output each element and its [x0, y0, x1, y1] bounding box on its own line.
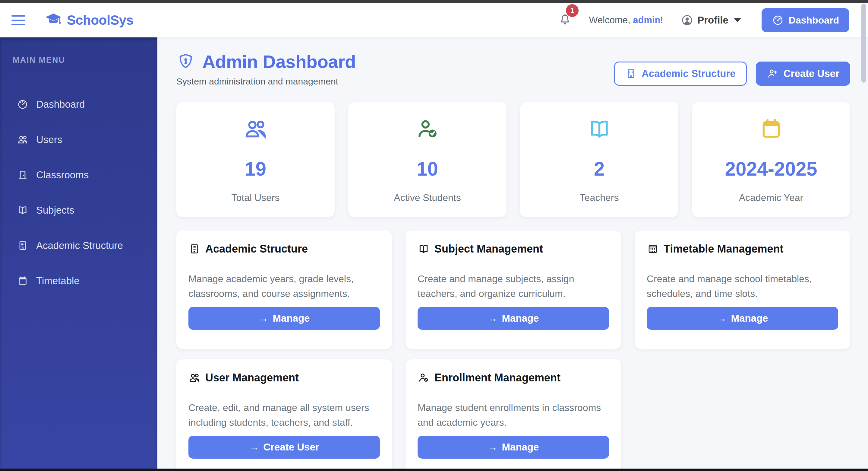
building-icon	[625, 68, 637, 79]
card-description: Create, edit, and manage all system user…	[188, 401, 380, 430]
main-content: Admin Dashboard System administration an…	[157, 37, 868, 469]
manage-button-label: Manage	[502, 441, 539, 453]
stat-value: 19	[245, 158, 266, 180]
stat-value: 2024-2025	[725, 158, 817, 180]
sidebar-item-academic-structure[interactable]: Academic Structure	[0, 236, 157, 255]
sidebar-item-dashboard[interactable]: Dashboard	[0, 95, 157, 114]
card-user-management: User Management Create, edit, and manage…	[176, 359, 392, 469]
door-icon	[17, 169, 28, 181]
person-check-icon	[417, 372, 430, 384]
notification-badge: 1	[566, 4, 579, 17]
sidebar-item-timetable[interactable]: Timetable	[0, 271, 157, 290]
manage-academic-structure-button[interactable]: → Manage	[188, 307, 380, 330]
card-enrollment-management: Enrollment Management Manage student enr…	[405, 359, 621, 469]
people-icon	[17, 134, 28, 145]
building-icon	[188, 243, 200, 255]
calendar-icon	[17, 275, 28, 287]
card-title: User Management	[205, 372, 299, 384]
welcome-username: admin	[633, 15, 660, 25]
brand-logo[interactable]: SchoolSys	[44, 11, 133, 30]
stat-card-total-users: 19 Total Users	[176, 102, 335, 217]
sidebar-item-label: Subjects	[36, 205, 74, 216]
speedometer-icon	[772, 14, 784, 26]
profile-dropdown[interactable]: Profile	[680, 13, 741, 27]
create-user-button-label: Create User	[783, 68, 839, 79]
top-navbar: SchoolSys 1 Welcome, admin! Profile Dash…	[0, 3, 868, 37]
sidebar-item-subjects[interactable]: Subjects	[0, 201, 157, 220]
stat-label: Active Students	[394, 192, 461, 203]
calendar-icon	[758, 116, 784, 142]
card-subject-management: Subject Management Create and manage sub…	[405, 231, 621, 349]
card-title: Enrollment Management	[434, 372, 560, 384]
manage-enrollment-button[interactable]: → Manage	[417, 436, 609, 459]
calendar-grid-icon	[647, 243, 659, 255]
arrow-right-icon: →	[488, 313, 498, 324]
sidebar-item-users[interactable]: Users	[0, 130, 157, 149]
stat-label: Academic Year	[739, 192, 803, 203]
stat-value: 10	[417, 158, 438, 180]
academic-structure-button[interactable]: Academic Structure	[614, 62, 747, 86]
brand-name: SchoolSys	[67, 13, 133, 28]
card-title: Subject Management	[434, 243, 543, 255]
card-timetable-management: Timetable Management Create and manage s…	[634, 231, 850, 349]
manage-button-label: Manage	[502, 313, 539, 324]
manage-subjects-button[interactable]: → Manage	[417, 307, 609, 330]
dashboard-button-label: Dashboard	[789, 15, 839, 26]
book-open-icon	[17, 205, 28, 216]
page-subtitle: System administration and management	[176, 76, 356, 87]
arrow-right-icon: →	[488, 441, 498, 453]
card-title: Academic Structure	[205, 243, 308, 255]
create-user-button[interactable]: Create User	[756, 62, 850, 86]
person-plus-icon	[767, 67, 779, 80]
card-description: Create and manage school timetables, sch…	[647, 271, 838, 301]
stat-label: Total Users	[231, 192, 279, 203]
management-cards: Academic Structure Manage academic years…	[176, 231, 850, 469]
card-description: Manage student enrollments in classrooms…	[417, 401, 609, 430]
person-check-icon	[415, 116, 440, 142]
hamburger-menu-icon[interactable]	[11, 15, 25, 25]
speedometer-icon	[17, 99, 28, 110]
sidebar-item-label: Dashboard	[36, 99, 85, 110]
chevron-down-icon	[734, 18, 741, 22]
building-icon	[17, 240, 28, 251]
people-icon	[188, 372, 200, 384]
page-title: Admin Dashboard	[202, 51, 356, 72]
profile-label: Profile	[698, 14, 728, 26]
person-circle-icon	[680, 13, 694, 27]
sidebar-item-classrooms[interactable]: Classrooms	[0, 166, 157, 184]
browser-top-strip	[0, 0, 868, 3]
stat-card-academic-year: 2024-2025 Academic Year	[692, 102, 850, 217]
welcome-text: Welcome, admin!	[589, 15, 663, 26]
book-open-icon	[417, 243, 430, 255]
scrollbar-thumb[interactable]	[861, 4, 866, 83]
bottom-edge-strip	[0, 469, 868, 471]
card-title: Timetable Management	[663, 243, 783, 255]
sidebar-section-label: MAIN MENU	[13, 56, 157, 65]
stat-value: 2	[594, 158, 605, 180]
create-user-card-button[interactable]: → Create User	[188, 436, 380, 459]
people-icon	[243, 116, 268, 142]
card-description: Create and manage subjects, assign teach…	[417, 271, 609, 301]
sidebar-item-label: Timetable	[36, 275, 80, 287]
arrow-right-icon: →	[717, 313, 727, 324]
notifications-button[interactable]: 1	[558, 13, 572, 28]
card-academic-structure: Academic Structure Manage academic years…	[176, 231, 392, 349]
card-description: Manage academic years, grade levels, cla…	[188, 271, 380, 301]
arrow-right-icon: →	[259, 313, 269, 324]
sidebar: MAIN MENU Dashboard Users Classrooms Sub…	[0, 37, 157, 469]
arrow-right-icon: →	[249, 441, 259, 453]
academic-structure-button-label: Academic Structure	[642, 68, 736, 79]
sidebar-item-label: Users	[36, 134, 62, 145]
dashboard-button[interactable]: Dashboard	[762, 8, 849, 32]
graduation-cap-icon	[44, 11, 63, 30]
manage-button-label: Manage	[273, 313, 310, 324]
stat-card-teachers: 2 Teachers	[520, 102, 678, 217]
sidebar-item-label: Classrooms	[36, 169, 89, 181]
stat-label: Teachers	[580, 192, 619, 203]
shield-lock-icon	[176, 52, 195, 72]
book-open-icon	[587, 116, 612, 142]
create-user-button-label: Create User	[263, 441, 319, 453]
sidebar-item-label: Academic Structure	[36, 240, 123, 251]
manage-timetable-button[interactable]: → Manage	[647, 307, 838, 330]
stats-row: 19 Total Users 10 Active Students 2 Teac…	[176, 102, 850, 217]
